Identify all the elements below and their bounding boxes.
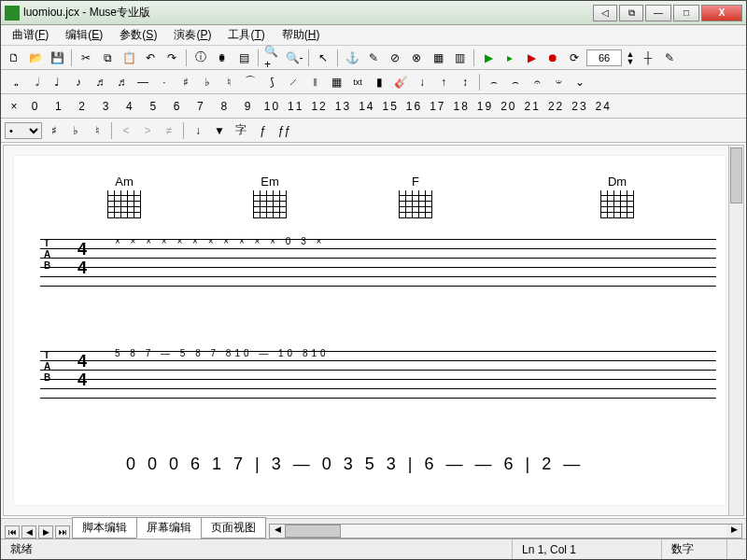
natural2-icon[interactable]: ♮ xyxy=(88,121,106,140)
cresc-icon[interactable]: < xyxy=(117,121,135,140)
menu-play[interactable]: 演奏(P) xyxy=(166,25,218,45)
num-19[interactable]: 19 xyxy=(476,97,495,116)
num-9[interactable]: 9 xyxy=(239,97,258,116)
slur2-icon[interactable]: ⌢ xyxy=(506,73,525,91)
guitar-icon[interactable]: 🎸 xyxy=(391,73,410,91)
menu-help[interactable]: 帮助(H) xyxy=(275,25,328,45)
arrow-down-icon[interactable]: ↓ xyxy=(413,73,431,91)
chord-icon[interactable]: ▥ xyxy=(450,49,469,67)
italic1-icon[interactable]: ƒ xyxy=(253,121,272,140)
num-7[interactable]: 7 xyxy=(191,97,210,116)
grid-icon[interactable]: ▦ xyxy=(429,49,447,67)
rec-icon[interactable]: ⏺ xyxy=(543,49,562,67)
tool-a-icon[interactable]: ┼ xyxy=(639,49,657,67)
restore-button[interactable]: ⧉ xyxy=(619,5,643,21)
score-canvas[interactable]: Am Em F Dm TAB 44 × × × × × × × × × × × … xyxy=(3,145,744,516)
info-icon[interactable]: ⓘ xyxy=(191,49,210,67)
open-icon[interactable]: 📂 xyxy=(26,49,45,67)
num-3[interactable]: 3 xyxy=(97,97,116,116)
italic2-icon[interactable]: ƒƒ xyxy=(275,121,293,140)
play2-icon[interactable]: ▸ xyxy=(500,49,519,67)
maximize-button[interactable]: □ xyxy=(673,5,699,21)
tab-nav-last[interactable]: ⏭ xyxy=(55,525,70,539)
tool-b-icon[interactable]: ✎ xyxy=(660,49,679,67)
mode-select[interactable]: • xyxy=(5,122,42,139)
undo-icon[interactable]: ↶ xyxy=(141,49,160,67)
play-icon[interactable]: ▶ xyxy=(479,49,498,67)
note-eighth-icon[interactable]: ♪ xyxy=(69,73,88,91)
anchor-icon[interactable]: ⚓ xyxy=(343,49,361,67)
dot-icon[interactable]: · xyxy=(155,73,174,91)
num-23[interactable]: 23 xyxy=(571,97,589,116)
beam-icon[interactable]: ⟋ xyxy=(284,73,303,91)
new-icon[interactable]: 🗋 xyxy=(5,49,23,67)
save-icon[interactable]: 💾 xyxy=(48,49,66,67)
stepper-icon[interactable]: ▲▼ xyxy=(625,49,636,67)
num-18[interactable]: 18 xyxy=(452,97,471,116)
num-14[interactable]: 14 xyxy=(358,97,376,116)
scroll-left-icon[interactable]: ◀ xyxy=(270,525,285,538)
flat-icon[interactable]: ♭ xyxy=(198,73,217,91)
num-17[interactable]: 17 xyxy=(429,97,447,116)
tab-nav-first[interactable]: ⏮ xyxy=(5,525,20,539)
slur1-icon[interactable]: ⌢ xyxy=(485,73,503,91)
keyboard-icon[interactable]: ▦ xyxy=(327,73,345,91)
rest-icon[interactable]: — xyxy=(134,73,152,91)
num-20[interactable]: 20 xyxy=(500,97,518,116)
decresc-icon[interactable]: > xyxy=(138,121,157,140)
lyric-icon[interactable]: 字 xyxy=(232,121,250,140)
note-whole-icon[interactable]: 𝅝 xyxy=(5,73,23,91)
num-8[interactable]: 8 xyxy=(216,97,234,116)
hscroll-thumb[interactable] xyxy=(285,525,341,538)
not-equal-icon[interactable]: ≠ xyxy=(160,121,178,140)
num-22[interactable]: 22 xyxy=(547,97,566,116)
sharp2-icon[interactable]: ♯ xyxy=(45,121,63,140)
natural-icon[interactable]: ♮ xyxy=(219,73,238,91)
tab-screen-edit[interactable]: 屏幕编辑 xyxy=(136,517,202,539)
nav-back-button[interactable]: ◁ xyxy=(593,5,617,21)
print-icon[interactable]: ⧯ xyxy=(213,49,232,67)
arrow-up-icon[interactable]: ↑ xyxy=(434,73,453,91)
delete-icon[interactable]: ⊘ xyxy=(386,49,404,67)
tab-nav-prev[interactable]: ◀ xyxy=(21,525,36,539)
preview-icon[interactable]: ▤ xyxy=(234,49,253,67)
note-quarter-icon[interactable]: ♩ xyxy=(48,73,66,91)
fermata-icon[interactable]: 𝄐 xyxy=(528,73,546,91)
cancel-icon[interactable]: ⊗ xyxy=(407,49,426,67)
num-16[interactable]: 16 xyxy=(405,97,424,116)
note-sixteenth-icon[interactable]: ♬ xyxy=(91,73,109,91)
minimize-button[interactable]: — xyxy=(645,5,671,21)
edit-icon[interactable]: ✎ xyxy=(364,49,383,67)
menu-tools[interactable]: 工具(T) xyxy=(220,25,272,45)
loop-icon[interactable]: ⟳ xyxy=(565,49,584,67)
fermata2-icon[interactable]: 𝄑 xyxy=(549,73,568,91)
redo-icon[interactable]: ↷ xyxy=(162,49,181,67)
num-13[interactable]: 13 xyxy=(333,97,352,116)
arrow-updown-icon[interactable]: ↕ xyxy=(456,73,474,91)
num-6[interactable]: 6 xyxy=(168,97,187,116)
copy-icon[interactable]: ⧉ xyxy=(98,49,117,67)
stop-icon[interactable]: ▶ xyxy=(522,49,541,67)
num-10[interactable]: 10 xyxy=(262,97,281,116)
vertical-scrollbar[interactable] xyxy=(728,146,743,515)
sharp-icon[interactable]: ♯ xyxy=(176,73,195,91)
zoom-input[interactable] xyxy=(586,49,622,66)
num-15[interactable]: 15 xyxy=(381,97,400,116)
num-0[interactable]: 0 xyxy=(26,97,45,116)
rest2-icon[interactable]: ▮ xyxy=(370,73,388,91)
num-5[interactable]: 5 xyxy=(145,97,163,116)
menu-score[interactable]: 曲谱(F) xyxy=(5,25,56,45)
tab-nav-next[interactable]: ▶ xyxy=(38,525,53,539)
x-mark-icon[interactable]: × xyxy=(5,97,23,116)
close-button[interactable]: X xyxy=(701,5,742,21)
flat2-icon[interactable]: ♭ xyxy=(66,121,85,140)
tab-page-view[interactable]: 页面视图 xyxy=(201,517,266,539)
zoomout-icon[interactable]: 🔍- xyxy=(285,49,303,67)
text-icon[interactable]: txt xyxy=(348,73,367,91)
slur-icon[interactable]: ⟆ xyxy=(262,73,281,91)
tie-icon[interactable]: ⌒ xyxy=(241,73,260,91)
cursor-icon[interactable]: ↖ xyxy=(314,49,332,67)
num-1[interactable]: 1 xyxy=(49,97,68,116)
tremolo-icon[interactable]: ⦀ xyxy=(305,73,324,91)
num-2[interactable]: 2 xyxy=(74,97,92,116)
